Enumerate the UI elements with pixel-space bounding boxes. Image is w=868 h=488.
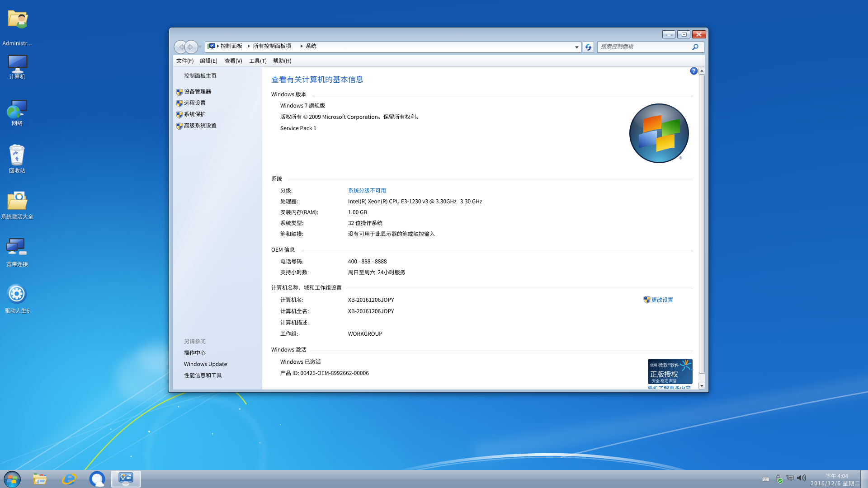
svg-text:®: ® — [679, 156, 682, 160]
svg-text:e: e — [64, 470, 75, 488]
svg-text:TM: TM — [691, 369, 694, 371]
svg-text:?: ? — [692, 68, 695, 74]
